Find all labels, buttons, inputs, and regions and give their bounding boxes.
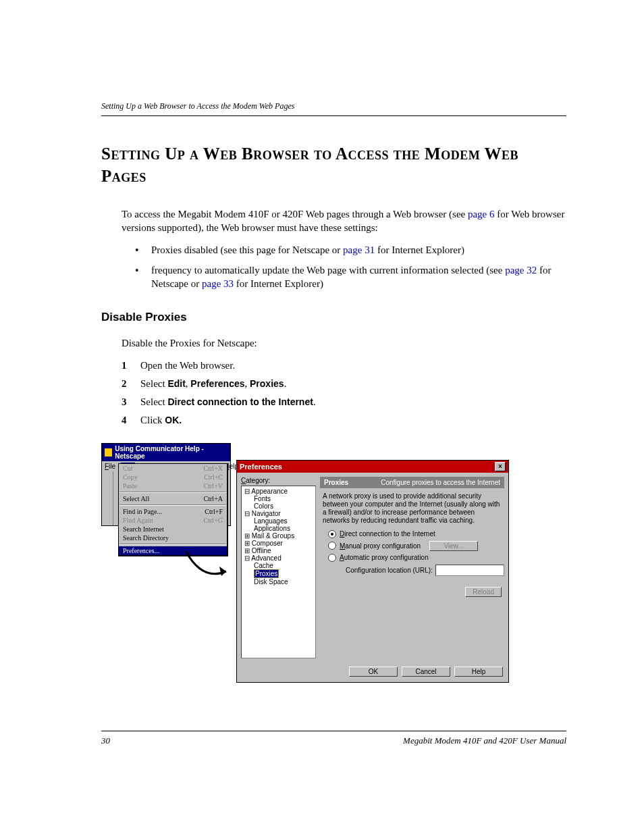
running-header: Setting Up a Web Browser to Access the M…: [101, 101, 566, 111]
page-number: 30: [101, 735, 110, 746]
menu-find-again[interactable]: Find AgainCtrl+G: [119, 516, 227, 525]
radio-direct-label: Direct connection to the Internet: [340, 530, 435, 538]
step-2-pre: Select: [140, 378, 167, 389]
cancel-button[interactable]: Cancel: [402, 667, 450, 677]
subheading-disable-proxies: Disable Proxies: [101, 311, 566, 324]
step-2: 2 Select Edit, Preferences, Proxies.: [122, 378, 566, 390]
step-4: 4 Click OK.: [122, 415, 566, 426]
netscape-title: Using Communicator Help - Netscape: [115, 445, 227, 460]
panel-header: Proxies Configure proxies to access the …: [320, 477, 504, 488]
category-column: Category: ⊟ Appearance Fonts Colors ⊟ Na…: [241, 477, 316, 658]
help-button[interactable]: Help: [454, 667, 503, 677]
step-3-text: Select Direct connection to the Internet…: [140, 396, 316, 408]
menu-sep-2: [119, 504, 226, 506]
tree-fonts[interactable]: Fonts: [243, 495, 314, 502]
dialog-buttons: OK Cancel Help: [237, 662, 508, 682]
bullet2-a: frequency to automatically update the We…: [151, 265, 505, 276]
bullet-list: Proxies disabled (see this page for Nets…: [135, 243, 566, 291]
category-tree[interactable]: ⊟ Appearance Fonts Colors ⊟ Navigator La…: [241, 486, 316, 658]
tree-offline[interactable]: ⊞ Offline: [243, 547, 314, 554]
step-2-b2: Preferences: [190, 378, 244, 389]
intro-paragraph: To access the Megabit Modem 410F or 420F…: [122, 207, 566, 235]
footer-doc-title: Megabit Modem 410F and 420F User Manual: [403, 735, 566, 746]
step-1-text: Open the Web browser.: [140, 360, 235, 371]
menu-sep-3: [119, 544, 226, 545]
intro-text-a: To access the Megabit Modem 410F or 420F…: [122, 209, 468, 219]
step-2-b1: Edit: [167, 378, 185, 389]
tree-navigator[interactable]: ⊟ Navigator: [243, 510, 314, 517]
tree-advanced[interactable]: ⊟ Advanced: [243, 554, 314, 562]
radio-auto-row[interactable]: Automatic proxy configuration: [328, 554, 504, 562]
radio-manual-row[interactable]: Manual proxy configuration View...: [328, 541, 504, 551]
tree-appearance[interactable]: ⊟ Appearance: [243, 488, 314, 495]
step-3-b1: Direct connection to the Internet: [167, 396, 313, 407]
link-page-6[interactable]: page 6: [468, 209, 495, 219]
menu-select-all[interactable]: Select AllCtrl+A: [119, 494, 227, 503]
radio-manual-label: Manual proxy configuration: [340, 542, 421, 550]
preferences-title: Preferences: [240, 463, 282, 471]
tree-colors[interactable]: Colors: [243, 502, 314, 510]
step-3-num: 3: [122, 396, 140, 408]
radio-auto-label: Automatic proxy configuration: [340, 554, 429, 561]
netscape-sidebar: [102, 471, 113, 525]
tree-languages[interactable]: Languages: [243, 517, 314, 525]
step-4-pre: Click: [140, 415, 165, 425]
menu-copy[interactable]: CopyCtrl+C: [119, 473, 227, 481]
menu-cut[interactable]: CutCtrl+X: [119, 464, 227, 473]
menu-file[interactable]: File: [105, 463, 115, 470]
page-footer: 30 Megabit Modem 410F and 420F User Manu…: [101, 731, 566, 746]
tree-cache[interactable]: Cache: [243, 562, 314, 569]
proxy-description: A network proxy is used to provide addit…: [323, 492, 503, 525]
step-2-b3: Proxies: [250, 378, 284, 389]
bullet1-b: for Internet Explorer): [375, 244, 464, 255]
sub-intro: Disable the Proxies for Netscape:: [122, 336, 566, 350]
link-page-31[interactable]: page 31: [343, 244, 375, 255]
link-page-32[interactable]: page 32: [505, 265, 537, 276]
menu-search-internet[interactable]: Search Internet: [119, 525, 227, 533]
step-3-end: .: [313, 396, 316, 407]
proxies-panel: Proxies Configure proxies to access the …: [320, 477, 504, 658]
svg-marker-0: [219, 567, 226, 576]
bullet-proxies: Proxies disabled (see this page for Nets…: [135, 243, 566, 257]
view-button[interactable]: View...: [429, 541, 478, 551]
tree-proxies[interactable]: Proxies: [243, 569, 314, 578]
menu-find[interactable]: Find in Page...Ctrl+F: [119, 507, 227, 516]
reload-button[interactable]: Reload: [465, 587, 502, 597]
netscape-titlebar: Using Communicator Help - Netscape: [102, 444, 230, 461]
menu-search-directory[interactable]: Search Directory: [119, 533, 227, 542]
page-title: Setting Up a Web Browser to Access the M…: [101, 143, 566, 187]
radio-auto[interactable]: [328, 554, 336, 562]
step-4-b1: OK.: [165, 415, 182, 425]
tree-composer[interactable]: ⊞ Composer: [243, 540, 314, 547]
step-2-text: Select Edit, Preferences, Proxies.: [140, 378, 286, 390]
step-4-num: 4: [122, 415, 140, 426]
close-button[interactable]: ×: [495, 462, 506, 471]
step-4-text: Click OK.: [140, 415, 182, 426]
url-input[interactable]: [435, 565, 504, 576]
url-row: Configuration location (URL):: [346, 565, 504, 576]
bullet1-a: Proxies disabled (see this page for Nets…: [151, 244, 343, 255]
panel-subtitle: Configure proxies to access the Internet: [381, 479, 500, 486]
preferences-titlebar: Preferences ×: [237, 461, 508, 473]
tree-applications[interactable]: Applications: [243, 525, 314, 532]
ok-button[interactable]: OK: [349, 667, 398, 677]
menu-paste[interactable]: PasteCtrl+V: [119, 481, 227, 490]
step-1-num: 1: [122, 360, 140, 371]
link-page-33[interactable]: page 33: [202, 278, 234, 289]
radio-manual[interactable]: [328, 542, 336, 550]
step-2-end: .: [284, 378, 287, 389]
step-list: 1 Open the Web browser. 2 Select Edit, P…: [122, 360, 566, 426]
radio-direct[interactable]: [328, 530, 336, 538]
step-3-pre: Select: [140, 396, 167, 407]
menu-sep-1: [119, 492, 226, 493]
bullet2-b: for Internet Explorer): [234, 278, 323, 289]
step-1: 1 Open the Web browser.: [122, 360, 566, 371]
radio-direct-row[interactable]: Direct connection to the Internet: [328, 530, 504, 538]
tree-disk-space[interactable]: Disk Space: [243, 578, 314, 585]
netscape-icon: [105, 448, 112, 457]
footer-rule: [101, 731, 566, 731]
tree-mail[interactable]: ⊞ Mail & Groups: [243, 532, 314, 540]
category-label: Category:: [241, 477, 316, 484]
preferences-dialog: Preferences × Category: ⊟ Appearance Fon…: [236, 460, 509, 683]
step-2-num: 2: [122, 378, 140, 390]
